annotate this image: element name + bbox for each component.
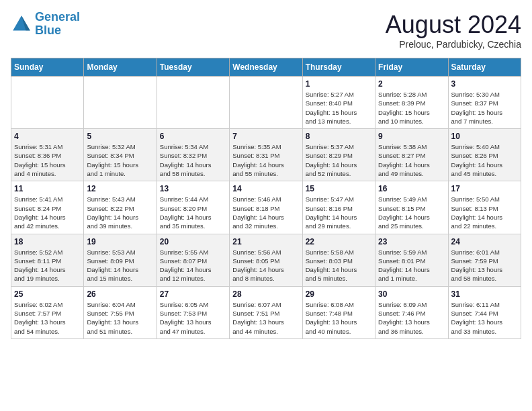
day-number: 19 [87,237,153,246]
day-info: Sunrise: 5:43 AM Sunset: 8:22 PM Dayligh… [87,195,153,230]
week-row-4: 25Sunrise: 6:02 AM Sunset: 7:57 PM Dayli… [11,286,521,338]
header-cell-friday: Friday [375,58,448,77]
day-number: 12 [87,184,153,193]
day-number: 28 [232,289,299,299]
day-number: 11 [14,184,81,193]
day-cell: 10Sunrise: 5:40 AM Sunset: 8:26 PM Dayli… [448,129,521,181]
day-number: 7 [232,132,299,141]
day-number: 27 [160,289,226,299]
header-cell-tuesday: Tuesday [157,58,229,77]
day-info: Sunrise: 6:02 AM Sunset: 7:57 PM Dayligh… [14,300,81,336]
month-title: August 2024 [386,11,521,39]
calendar-table: SundayMondayTuesdayWednesdayThursdayFrid… [11,58,521,339]
day-cell: 18Sunrise: 5:52 AM Sunset: 8:11 PM Dayli… [11,234,84,286]
day-info: Sunrise: 5:59 AM Sunset: 8:01 PM Dayligh… [378,248,445,283]
day-cell: 14Sunrise: 5:46 AM Sunset: 8:18 PM Dayli… [230,181,302,234]
calendar-header: SundayMondayTuesdayWednesdayThursdayFrid… [11,58,521,77]
day-cell [11,77,84,129]
day-cell: 31Sunrise: 6:11 AM Sunset: 7:44 PM Dayli… [448,286,521,338]
day-info: Sunrise: 5:56 AM Sunset: 8:05 PM Dayligh… [232,248,299,283]
calendar-body: 1Sunrise: 5:27 AM Sunset: 8:40 PM Daylig… [11,77,521,339]
day-info: Sunrise: 5:53 AM Sunset: 8:09 PM Dayligh… [87,248,153,283]
day-cell: 2Sunrise: 5:28 AM Sunset: 8:39 PM Daylig… [375,77,448,129]
header-cell-thursday: Thursday [302,58,375,77]
day-number: 23 [378,237,445,246]
day-info: Sunrise: 5:40 AM Sunset: 8:26 PM Dayligh… [451,142,518,178]
day-cell: 13Sunrise: 5:44 AM Sunset: 8:20 PM Dayli… [157,181,229,234]
day-info: Sunrise: 5:34 AM Sunset: 8:32 PM Dayligh… [160,142,226,178]
week-row-1: 4Sunrise: 5:31 AM Sunset: 8:36 PM Daylig… [11,129,521,181]
day-info: Sunrise: 5:50 AM Sunset: 8:13 PM Dayligh… [451,195,518,230]
day-info: Sunrise: 5:47 AM Sunset: 8:16 PM Dayligh… [306,195,372,230]
day-cell: 15Sunrise: 5:47 AM Sunset: 8:16 PM Dayli… [302,181,375,234]
day-info: Sunrise: 5:58 AM Sunset: 8:03 PM Dayligh… [306,248,372,283]
day-info: Sunrise: 5:55 AM Sunset: 8:07 PM Dayligh… [160,248,226,283]
day-number: 20 [160,237,226,246]
day-info: Sunrise: 6:01 AM Sunset: 7:59 PM Dayligh… [451,248,518,283]
day-cell: 16Sunrise: 5:49 AM Sunset: 8:15 PM Dayli… [375,181,448,234]
day-number: 30 [378,289,445,299]
day-info: Sunrise: 5:49 AM Sunset: 8:15 PM Dayligh… [378,195,445,230]
logo: General Blue [11,11,80,38]
day-cell: 28Sunrise: 6:07 AM Sunset: 7:51 PM Dayli… [230,286,302,338]
header-cell-sunday: Sunday [11,58,84,77]
day-number: 10 [451,132,518,141]
day-cell: 21Sunrise: 5:56 AM Sunset: 8:05 PM Dayli… [230,234,302,286]
day-number: 2 [378,79,445,89]
header-row: SundayMondayTuesdayWednesdayThursdayFrid… [11,58,521,77]
day-number: 9 [378,132,445,141]
day-cell: 17Sunrise: 5:50 AM Sunset: 8:13 PM Dayli… [448,181,521,234]
logo-text: General Blue [35,11,80,38]
day-cell: 30Sunrise: 6:09 AM Sunset: 7:46 PM Dayli… [375,286,448,338]
day-cell: 6Sunrise: 5:34 AM Sunset: 8:32 PM Daylig… [157,129,229,181]
day-cell: 9Sunrise: 5:38 AM Sunset: 8:27 PM Daylig… [375,129,448,181]
day-cell: 12Sunrise: 5:43 AM Sunset: 8:22 PM Dayli… [84,181,157,234]
day-cell: 27Sunrise: 6:05 AM Sunset: 7:53 PM Dayli… [157,286,229,338]
day-cell: 29Sunrise: 6:08 AM Sunset: 7:48 PM Dayli… [302,286,375,338]
day-info: Sunrise: 5:52 AM Sunset: 8:11 PM Dayligh… [14,248,81,283]
day-info: Sunrise: 6:07 AM Sunset: 7:51 PM Dayligh… [232,300,299,336]
day-number: 26 [87,289,153,299]
title-block: August 2024 Prelouc, Pardubicky, Czechia [386,11,521,50]
day-info: Sunrise: 5:41 AM Sunset: 8:24 PM Dayligh… [14,195,81,230]
day-info: Sunrise: 5:37 AM Sunset: 8:29 PM Dayligh… [306,142,372,178]
day-cell [157,77,229,129]
day-info: Sunrise: 6:05 AM Sunset: 7:53 PM Dayligh… [160,300,226,336]
day-cell: 19Sunrise: 5:53 AM Sunset: 8:09 PM Dayli… [84,234,157,286]
week-row-2: 11Sunrise: 5:41 AM Sunset: 8:24 PM Dayli… [11,181,521,234]
day-number: 5 [87,132,153,141]
day-cell: 23Sunrise: 5:59 AM Sunset: 8:01 PM Dayli… [375,234,448,286]
day-number: 18 [14,237,81,246]
header-cell-wednesday: Wednesday [230,58,302,77]
day-cell: 24Sunrise: 6:01 AM Sunset: 7:59 PM Dayli… [448,234,521,286]
day-number: 22 [306,237,372,246]
day-info: Sunrise: 5:30 AM Sunset: 8:37 PM Dayligh… [451,90,518,126]
week-row-0: 1Sunrise: 5:27 AM Sunset: 8:40 PM Daylig… [11,77,521,129]
day-number: 31 [451,289,518,299]
page-header: General Blue August 2024 Prelouc, Pardub… [11,11,521,50]
day-info: Sunrise: 5:31 AM Sunset: 8:36 PM Dayligh… [14,142,81,178]
day-number: 14 [232,184,299,193]
day-number: 15 [306,184,372,193]
day-cell [230,77,302,129]
day-info: Sunrise: 5:27 AM Sunset: 8:40 PM Dayligh… [306,90,372,126]
logo-icon [11,13,32,35]
day-info: Sunrise: 5:38 AM Sunset: 8:27 PM Dayligh… [378,142,445,178]
day-info: Sunrise: 6:09 AM Sunset: 7:46 PM Dayligh… [378,300,445,336]
day-number: 3 [451,79,518,89]
day-cell [84,77,157,129]
day-number: 25 [14,289,81,299]
day-number: 16 [378,184,445,193]
day-cell: 22Sunrise: 5:58 AM Sunset: 8:03 PM Dayli… [302,234,375,286]
day-number: 21 [232,237,299,246]
day-cell: 20Sunrise: 5:55 AM Sunset: 8:07 PM Dayli… [157,234,229,286]
day-info: Sunrise: 5:28 AM Sunset: 8:39 PM Dayligh… [378,90,445,126]
day-number: 4 [14,132,81,141]
day-cell: 25Sunrise: 6:02 AM Sunset: 7:57 PM Dayli… [11,286,84,338]
day-cell: 11Sunrise: 5:41 AM Sunset: 8:24 PM Dayli… [11,181,84,234]
day-cell: 5Sunrise: 5:32 AM Sunset: 8:34 PM Daylig… [84,129,157,181]
location-subtitle: Prelouc, Pardubicky, Czechia [386,39,521,50]
day-cell: 26Sunrise: 6:04 AM Sunset: 7:55 PM Dayli… [84,286,157,338]
day-info: Sunrise: 5:44 AM Sunset: 8:20 PM Dayligh… [160,195,226,230]
day-number: 8 [306,132,372,141]
